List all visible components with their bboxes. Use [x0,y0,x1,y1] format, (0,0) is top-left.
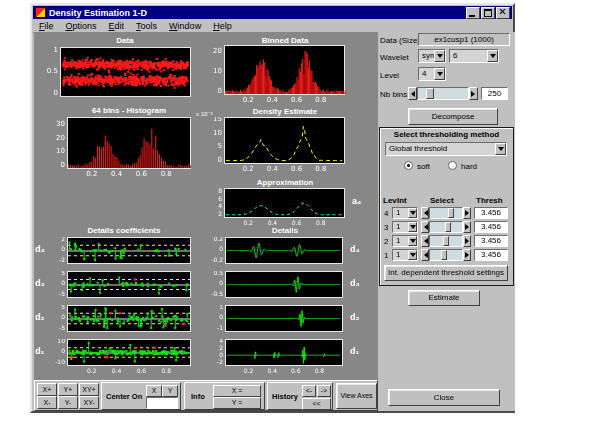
int-value-lev1: 1 [393,250,408,260]
detail-d2-plot[interactable] [207,305,344,332]
thresh-slider-lev1[interactable] [421,249,471,261]
close-button[interactable] [496,7,510,19]
chevron-down-icon[interactable] [408,236,417,246]
approximation-plot[interactable] [204,188,346,230]
slider-track[interactable] [429,207,463,219]
coeff-d3-plot[interactable] [49,271,192,298]
slider-thumb[interactable] [445,222,451,232]
level-select[interactable]: 4 [418,67,446,81]
thresh-value-lev4[interactable]: 3.456 [474,207,508,219]
chevron-down-icon[interactable] [487,50,498,62]
slider-right-arrow[interactable] [463,235,471,247]
nbbins-value[interactable]: 250 [481,87,508,100]
zoom-x-plus-button[interactable]: X+ [37,383,57,396]
menu-help[interactable]: Help [207,21,238,31]
slider-left-arrow[interactable] [421,221,429,233]
zoom-xy-minus-button[interactable]: XY- [79,396,99,409]
binned-plot[interactable] [204,45,346,107]
chevron-down-icon[interactable] [408,250,417,260]
chevron-down-icon[interactable] [408,208,417,218]
detail-d3-label: d₃ [350,278,360,288]
wavelet-family-select[interactable]: sym [418,49,446,63]
coeff-d4-plot[interactable] [49,237,192,264]
detail-d3-plot[interactable] [207,271,344,298]
threshold-method-select[interactable]: Global threshold [385,142,507,156]
slider-right-arrow[interactable] [469,87,478,100]
thresh-value-lev2[interactable]: 3.456 [474,235,508,247]
int-select-lev1[interactable]: 1 [392,249,418,261]
zoom-y-plus-button[interactable]: Y+ [58,383,78,396]
screenshot-canvas: Density Estimation 1-D File Options Edit… [0,0,600,423]
info-y-field: Y = [213,397,261,409]
slider-track[interactable] [417,87,469,100]
center-on-input[interactable] [146,397,178,409]
menu-file[interactable]: File [33,21,60,31]
nbbins-slider[interactable] [408,87,478,100]
wavelet-number-select[interactable]: 6 [449,49,499,63]
menu-tools[interactable]: Tools [130,21,163,31]
int-select-lev3[interactable]: 1 [392,221,418,233]
chevron-down-icon[interactable] [408,222,417,232]
maximize-button[interactable] [481,7,495,19]
detail-d4-plot[interactable] [207,237,344,264]
thresh-value-lev1[interactable]: 3.456 [474,249,508,261]
slider-thumb[interactable] [443,236,449,246]
menu-edit[interactable]: Edit [103,21,131,31]
slider-thumb[interactable] [426,88,434,99]
center-x-button[interactable]: X [146,385,162,397]
slider-left-arrow[interactable] [421,235,429,247]
center-y-button[interactable]: Y [162,385,178,397]
menu-options[interactable]: Options [60,21,103,31]
zoom-x-minus-button[interactable]: X- [37,396,57,409]
slider-right-arrow[interactable] [463,249,471,261]
binned-title: Binned Data [224,36,346,45]
coeff-d2-plot[interactable] [49,305,192,332]
menu-window[interactable]: Window [163,21,207,31]
detail-d1-plot[interactable] [207,339,344,378]
chevron-down-icon[interactable] [434,68,445,80]
history-back-button[interactable]: <- [302,385,316,397]
thresh-slider-lev2[interactable] [421,235,471,247]
minimize-icon [469,15,475,17]
coefficients-title: Details coefficients [54,226,194,235]
chevron-down-icon[interactable] [434,50,445,62]
level-label: Level [380,71,399,80]
hard-radio[interactable] [448,161,457,170]
density-plot[interactable] [204,117,346,176]
history-all-button[interactable]: << [302,398,331,410]
soft-radio[interactable] [404,161,413,170]
slider-left-arrow[interactable] [408,87,417,100]
minimize-button[interactable] [466,7,480,19]
slider-thumb[interactable] [441,250,447,260]
history-forward-button[interactable]: -> [317,385,331,397]
thresh-value-lev3[interactable]: 3.456 [474,221,508,233]
thresh-slider-lev4[interactable] [421,207,471,219]
decompose-button[interactable]: Decompose [408,108,498,125]
slider-track[interactable] [429,235,463,247]
chevron-down-icon [437,72,443,79]
estimate-button[interactable]: Estimate [408,290,480,306]
chevron-down-icon[interactable] [495,143,506,155]
int-select-lev4[interactable]: 1 [392,207,418,219]
view-axes-button[interactable]: View Axes [336,383,377,409]
chevron-down-icon [490,54,496,61]
zoom-y-minus-button[interactable]: Y- [58,396,78,409]
slider-left-arrow[interactable] [421,207,429,219]
data-plot[interactable] [40,47,192,97]
slider-right-arrow[interactable] [463,207,471,219]
close-window-button[interactable]: Close [388,389,500,406]
slider-track[interactable] [429,249,463,261]
arrow-right-icon [465,238,472,244]
zoom-xy-plus-button[interactable]: XY+ [79,383,99,396]
center-on-label: Center On [106,392,142,401]
int-dependent-threshold-button[interactable]: Int. dependent threshold settings [384,265,508,281]
thresh-slider-lev3[interactable] [421,221,471,233]
coeff-d1-plot[interactable] [49,339,192,378]
slider-right-arrow[interactable] [463,221,471,233]
slider-track[interactable] [429,221,463,233]
int-select-lev2[interactable]: 1 [392,235,418,247]
slider-thumb[interactable] [448,208,454,218]
slider-left-arrow[interactable] [421,249,429,261]
histogram-plot[interactable] [47,117,192,181]
row-lev-2: 2 [384,237,388,246]
